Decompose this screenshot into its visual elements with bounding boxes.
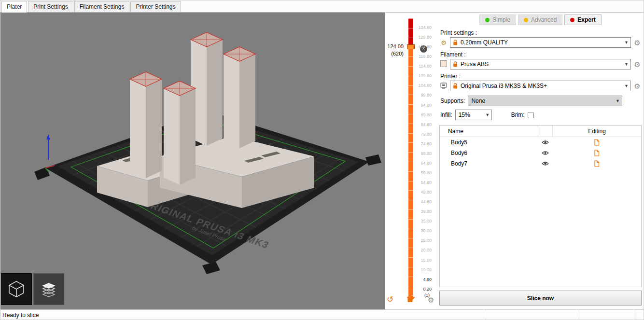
- slider-tick: 74.80: [413, 142, 432, 146]
- object-row-body5[interactable]: Body5: [440, 137, 641, 148]
- slider-settings-gear-icon[interactable]: ⚙: [428, 296, 434, 304]
- brim-label: Brim:: [511, 111, 525, 118]
- object-row-body6[interactable]: Body6: [440, 148, 641, 158]
- slider-tick: 30.00: [413, 229, 432, 233]
- bed-ear: [365, 154, 381, 166]
- status-bar: Ready to slice: [0, 309, 644, 320]
- main-tabbar: Plater Print Settings Filament Settings …: [0, 0, 644, 13]
- advanced-mode-dot-icon: [524, 18, 528, 22]
- slider-tick: 114.80: [413, 64, 432, 69]
- slider-tick: 69.80: [413, 152, 432, 156]
- system-preset-lock-icon: [453, 40, 458, 46]
- slider-tick: 44.80: [413, 200, 432, 204]
- slice-now-button[interactable]: Slice now: [439, 291, 642, 306]
- infill-select[interactable]: 15% ▼: [455, 110, 492, 120]
- filament-label: Filament :: [440, 51, 642, 58]
- mode-simple-label: Simple: [492, 16, 510, 23]
- print-settings-value: 0.20mm QUALITY: [461, 39, 508, 46]
- slider-tick: 94.80: [413, 103, 432, 108]
- filament-color-swatch: [439, 60, 448, 68]
- supports-value: None: [471, 97, 485, 104]
- slider-tick: 25.00: [413, 238, 432, 243]
- slider-tick: 39.80: [413, 209, 432, 214]
- slider-tick: 99.80: [413, 93, 432, 97]
- slider-tick: 0.20: [413, 287, 432, 292]
- edit-filament-gear-icon[interactable]: ⚙: [633, 61, 642, 68]
- eye-icon[interactable]: [542, 140, 549, 145]
- filament-select[interactable]: Prusa ABS ▼: [450, 59, 631, 70]
- system-preset-lock-icon: [453, 61, 458, 68]
- edit-object-icon[interactable]: [594, 150, 600, 156]
- supports-label: Supports:: [440, 97, 465, 104]
- slider-bottom-index: (1): [413, 293, 430, 298]
- statusbar-field: [579, 310, 634, 320]
- slider-tick: 4.80: [413, 278, 432, 282]
- slider-tick: 124.80: [413, 45, 432, 49]
- brim-checkbox[interactable]: [528, 112, 534, 118]
- simple-mode-dot-icon: [485, 18, 490, 22]
- view-3d-editor-button[interactable]: [1, 273, 32, 305]
- settings-sidebar: Simple Advanced Expert Print settings : …: [437, 13, 644, 309]
- object-list-header: Name Editing: [440, 125, 641, 137]
- prusaslicer-window: Plater Print Settings Filament Settings …: [0, 0, 644, 320]
- eye-icon[interactable]: [542, 161, 549, 166]
- object-name: Body6: [440, 150, 538, 156]
- sliced-tower: [130, 72, 162, 178]
- edit-object-icon[interactable]: [594, 160, 600, 167]
- statusbar-field: [484, 310, 579, 320]
- layer-slider-track[interactable]: [408, 18, 413, 297]
- tab-plater[interactable]: Plater: [1, 1, 27, 13]
- slider-tick: 134.80: [413, 26, 432, 30]
- print-settings-select[interactable]: 0.20mm QUALITY ▼: [450, 37, 631, 48]
- edit-print-settings-gear-icon[interactable]: ⚙: [633, 39, 642, 46]
- resize-grip[interactable]: [634, 310, 644, 320]
- printer-label: Printer :: [440, 73, 642, 80]
- undo-icon[interactable]: ↺: [387, 295, 393, 304]
- eye-icon[interactable]: [542, 151, 549, 155]
- chevron-down-icon: ▼: [622, 38, 630, 47]
- layers-icon: [39, 279, 58, 299]
- supports-select[interactable]: None ▼: [468, 96, 622, 106]
- layer-slider-panel: 124.00 (620) × 134.80 129.80 124.80 119.…: [385, 13, 437, 309]
- tab-print-settings[interactable]: Print Settings: [28, 1, 73, 12]
- edit-printer-gear-icon[interactable]: ⚙: [633, 83, 642, 90]
- slider-tick: 89.80: [413, 113, 432, 117]
- slider-tick: 119.80: [413, 55, 432, 59]
- slider-tick: 104.80: [413, 83, 432, 88]
- infill-value: 15%: [459, 111, 470, 118]
- mode-simple-button[interactable]: Simple: [479, 14, 516, 25]
- system-preset-lock-icon: [453, 83, 458, 89]
- filament-value: Prusa ABS: [461, 61, 489, 68]
- chevron-down-icon: ▼: [622, 59, 630, 69]
- slider-tick: 54.80: [413, 181, 432, 185]
- 3d-viewport[interactable]: ORIGINAL PRUSA i3 MK3 by Josef Prusa: [0, 13, 385, 309]
- print-settings-label: Print settings :: [440, 29, 642, 36]
- chevron-down-icon: ▼: [614, 96, 622, 106]
- slider-tick: 10.00: [413, 268, 432, 272]
- sliced-tower: [224, 47, 255, 148]
- slider-tick-labels: 134.80 129.80 124.80 119.80 114.80 109.8…: [413, 26, 432, 292]
- sliced-tower: [164, 81, 196, 185]
- object-name: Body5: [440, 139, 538, 146]
- slider-tick: 64.80: [413, 161, 432, 166]
- mode-expert-button[interactable]: Expert: [564, 14, 601, 25]
- tab-filament-settings[interactable]: Filament Settings: [74, 1, 130, 12]
- view-layers-preview-button[interactable]: [33, 273, 64, 305]
- print-profile-gear-icon: ⚙: [439, 40, 448, 46]
- chevron-down-icon: ▼: [484, 110, 491, 120]
- tab-printer-settings[interactable]: Printer Settings: [130, 1, 181, 12]
- object-row-body7[interactable]: Body7: [440, 158, 641, 169]
- mode-advanced-button[interactable]: Advanced: [518, 14, 562, 25]
- mode-advanced-label: Advanced: [531, 16, 557, 23]
- infill-label: Infill:: [440, 111, 452, 118]
- slider-tick: 59.80: [413, 171, 432, 175]
- expert-mode-dot-icon: [570, 18, 574, 22]
- printer-icon: [439, 83, 448, 90]
- printer-select[interactable]: Original Prusa i3 MK3S & MK3S+ ▼: [450, 81, 631, 91]
- cube-icon: [7, 279, 26, 299]
- edit-object-icon[interactable]: [594, 139, 600, 146]
- printer-value: Original Prusa i3 MK3S & MK3S+: [461, 83, 547, 89]
- lock-handles-icon[interactable]: [407, 295, 413, 305]
- slider-tick: 15.00: [413, 258, 432, 263]
- slider-tick: 35.00: [413, 219, 432, 223]
